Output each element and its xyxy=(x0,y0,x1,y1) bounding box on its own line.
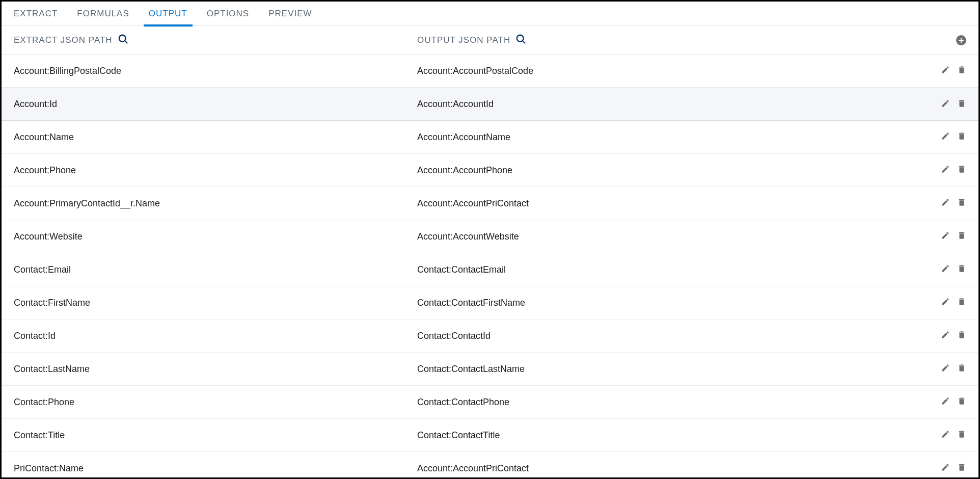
table-header: EXTRACT JSON PATH OUTPUT JSON PATH xyxy=(2,26,978,55)
output-path-cell: Contact:ContactEmail xyxy=(417,264,941,275)
delete-icon[interactable] xyxy=(957,264,966,275)
table-row[interactable]: Contact:LastNameContact:ContactLastName xyxy=(2,353,978,386)
row-actions xyxy=(941,396,966,408)
output-header-label: OUTPUT JSON PATH xyxy=(417,35,510,45)
edit-icon[interactable] xyxy=(941,430,950,441)
extract-path-cell: PriContact:Name xyxy=(14,463,417,474)
table-row[interactable]: Contact:PhoneContact:ContactPhone xyxy=(2,386,978,419)
row-actions xyxy=(941,231,966,242)
table-body: Account:BillingPostalCodeAccount:Account… xyxy=(2,55,978,479)
output-path-cell: Account:AccountName xyxy=(417,132,941,143)
table-row[interactable]: Contact:IdContact:ContactId xyxy=(2,320,978,353)
row-actions xyxy=(941,430,966,441)
edit-icon[interactable] xyxy=(941,330,950,341)
table-row[interactable]: Account:PhoneAccount:AccountPhone xyxy=(2,154,978,187)
output-path-cell: Account:AccountPostalCode xyxy=(417,66,941,76)
extract-path-cell: Account:Phone xyxy=(14,165,417,176)
row-actions xyxy=(941,131,966,143)
header-output-path: OUTPUT JSON PATH xyxy=(417,34,956,47)
output-path-cell: Contact:ContactTitle xyxy=(417,430,941,441)
tab-formulas[interactable]: FORMULAS xyxy=(77,2,129,26)
edit-icon[interactable] xyxy=(941,65,950,76)
output-path-cell: Account:AccountPriContact xyxy=(417,198,941,209)
table-row[interactable]: Contact:TitleContact:ContactTitle xyxy=(2,419,978,452)
extract-path-cell: Account:Name xyxy=(14,132,417,143)
edit-icon[interactable] xyxy=(941,396,950,408)
row-actions xyxy=(941,99,966,110)
svg-line-3 xyxy=(523,40,526,43)
extract-path-cell: Account:BillingPostalCode xyxy=(14,66,417,76)
row-actions xyxy=(941,198,966,209)
output-path-cell: Account:AccountId xyxy=(417,99,941,110)
table-row[interactable]: Account:NameAccount:AccountName xyxy=(2,121,978,154)
table-row[interactable]: Account:BillingPostalCodeAccount:Account… xyxy=(2,55,978,88)
table-row[interactable]: PriContact:NameAccount:AccountPriContact xyxy=(2,452,978,479)
table-row[interactable]: Account:PrimaryContactId__r.NameAccount:… xyxy=(2,187,978,220)
row-actions xyxy=(941,363,966,375)
search-icon[interactable] xyxy=(515,34,527,47)
tab-preview[interactable]: PREVIEW xyxy=(268,2,312,26)
row-actions xyxy=(941,330,966,341)
edit-icon[interactable] xyxy=(941,131,950,143)
extract-path-cell: Contact:Email xyxy=(14,264,417,275)
delete-icon[interactable] xyxy=(957,231,966,242)
delete-icon[interactable] xyxy=(957,396,966,408)
edit-icon[interactable] xyxy=(941,264,950,275)
extract-path-cell: Contact:Id xyxy=(14,331,417,341)
output-path-cell: Contact:ContactLastName xyxy=(417,364,941,375)
delete-icon[interactable] xyxy=(957,297,966,308)
delete-icon[interactable] xyxy=(957,330,966,341)
extract-path-cell: Contact:Phone xyxy=(14,397,417,408)
delete-icon[interactable] xyxy=(957,430,966,441)
row-actions xyxy=(941,264,966,275)
edit-icon[interactable] xyxy=(941,99,950,110)
extract-path-cell: Contact:Title xyxy=(14,430,417,441)
delete-icon[interactable] xyxy=(957,198,966,209)
output-path-cell: Contact:ContactFirstName xyxy=(417,298,941,308)
edit-icon[interactable] xyxy=(941,297,950,308)
extract-path-cell: Contact:FirstName xyxy=(14,298,417,308)
output-path-cell: Account:AccountPriContact xyxy=(417,463,941,474)
svg-line-1 xyxy=(124,40,127,43)
tab-bar: EXTRACT FORMULAS OUTPUT OPTIONS PREVIEW xyxy=(2,2,978,26)
extract-header-label: EXTRACT JSON PATH xyxy=(14,35,113,45)
header-extract-path: EXTRACT JSON PATH xyxy=(14,34,417,47)
row-actions xyxy=(941,65,966,76)
delete-icon[interactable] xyxy=(957,463,966,474)
svg-point-2 xyxy=(517,35,524,41)
delete-icon[interactable] xyxy=(957,363,966,375)
row-actions xyxy=(941,165,966,176)
delete-icon[interactable] xyxy=(957,99,966,110)
output-path-cell: Account:AccountPhone xyxy=(417,165,941,176)
output-path-cell: Account:AccountWebsite xyxy=(417,231,941,242)
svg-point-0 xyxy=(119,35,125,41)
extract-path-cell: Contact:LastName xyxy=(14,364,417,375)
edit-icon[interactable] xyxy=(941,363,950,375)
extract-path-cell: Account:Id xyxy=(14,99,417,110)
table-row[interactable]: Contact:EmailContact:ContactEmail xyxy=(2,253,978,286)
add-row-button[interactable] xyxy=(956,35,966,45)
output-path-cell: Contact:ContactId xyxy=(417,331,941,341)
delete-icon[interactable] xyxy=(957,131,966,143)
table-row[interactable]: Account:WebsiteAccount:AccountWebsite xyxy=(2,220,978,253)
edit-icon[interactable] xyxy=(941,463,950,474)
row-actions xyxy=(941,463,966,474)
search-icon[interactable] xyxy=(118,34,129,47)
table-row[interactable]: Contact:FirstNameContact:ContactFirstNam… xyxy=(2,286,978,320)
delete-icon[interactable] xyxy=(957,165,966,176)
edit-icon[interactable] xyxy=(941,231,950,242)
tab-options[interactable]: OPTIONS xyxy=(207,2,250,26)
output-path-cell: Contact:ContactPhone xyxy=(417,397,941,408)
tab-output[interactable]: OUTPUT xyxy=(149,2,187,26)
table-row[interactable]: Account:IdAccount:AccountId xyxy=(2,88,978,121)
edit-icon[interactable] xyxy=(941,198,950,209)
tab-extract[interactable]: EXTRACT xyxy=(14,2,58,26)
edit-icon[interactable] xyxy=(941,165,950,176)
extract-path-cell: Account:PrimaryContactId__r.Name xyxy=(14,198,417,209)
delete-icon[interactable] xyxy=(957,65,966,76)
plus-icon xyxy=(956,35,966,45)
row-actions xyxy=(941,297,966,308)
extract-path-cell: Account:Website xyxy=(14,231,417,242)
